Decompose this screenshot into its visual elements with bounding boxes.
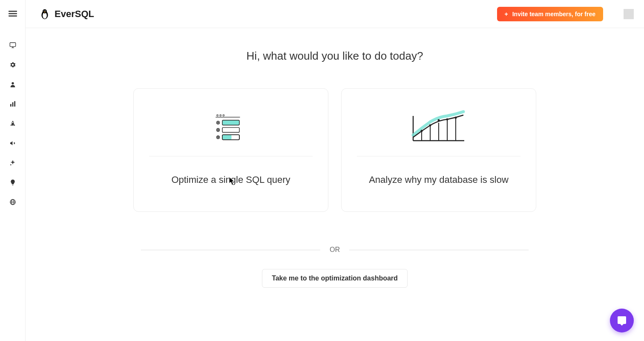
- svg-point-16: [44, 10, 45, 11]
- penguin-icon: [39, 9, 50, 20]
- header: EverSQL + Invite team members, for free: [26, 0, 644, 28]
- divider-label: OR: [330, 246, 340, 254]
- svg-rect-1: [9, 13, 17, 14]
- menu-toggle-icon[interactable]: [9, 9, 17, 20]
- svg-rect-25: [222, 120, 239, 125]
- gear-icon[interactable]: [9, 61, 17, 69]
- svg-point-47: [455, 117, 457, 119]
- svg-point-46: [446, 118, 448, 121]
- line-chart-icon: [409, 107, 469, 146]
- svg-rect-9: [14, 101, 15, 107]
- svg-point-19: [220, 115, 221, 116]
- svg-point-43: [421, 130, 423, 132]
- logo-text: EverSQL: [55, 9, 94, 20]
- svg-rect-7: [10, 104, 12, 107]
- card-title: Analyze why my database is slow: [369, 174, 509, 185]
- chart-icon[interactable]: [9, 100, 17, 108]
- svg-rect-8: [12, 102, 13, 107]
- invite-button[interactable]: + Invite team members, for free: [497, 7, 603, 21]
- lightbulb-icon[interactable]: [9, 179, 17, 186]
- globe-icon[interactable]: [9, 198, 17, 206]
- user-icon[interactable]: [9, 81, 17, 88]
- sparkle-icon[interactable]: [9, 159, 17, 167]
- svg-point-15: [43, 9, 47, 13]
- chat-icon: [617, 315, 627, 326]
- card-optimize-query[interactable]: Optimize a single SQL query: [133, 88, 328, 212]
- rocket-icon[interactable]: [9, 120, 17, 127]
- content: Hi, what would you like to do today?: [26, 28, 644, 341]
- query-list-icon: [201, 107, 261, 146]
- cards-container: Optimize a single SQL query: [133, 88, 536, 212]
- greeting: Hi, what would you like to do today?: [247, 49, 423, 63]
- svg-rect-0: [9, 11, 17, 12]
- svg-point-45: [438, 119, 440, 121]
- megaphone-icon[interactable]: [9, 139, 17, 147]
- plus-icon: +: [505, 11, 508, 17]
- svg-rect-3: [10, 43, 15, 46]
- invite-label: Invite team members, for free: [512, 11, 595, 17]
- avatar[interactable]: [624, 9, 634, 19]
- dashboard-button[interactable]: Take me to the optimization dashboard: [262, 269, 408, 288]
- chat-widget-button[interactable]: [610, 309, 634, 332]
- svg-rect-34: [222, 135, 231, 139]
- svg-point-18: [217, 115, 218, 116]
- card-analyze-database[interactable]: Analyze why my database is slow: [341, 88, 536, 212]
- logo[interactable]: EverSQL: [39, 9, 94, 20]
- svg-rect-29: [222, 127, 239, 132]
- svg-rect-2: [9, 15, 17, 16]
- svg-point-44: [429, 124, 431, 127]
- or-divider: OR: [141, 246, 529, 254]
- svg-point-6: [12, 82, 14, 84]
- card-title: Optimize a single SQL query: [171, 174, 290, 185]
- monitor-icon[interactable]: [9, 41, 17, 49]
- sidebar: [0, 0, 26, 341]
- svg-point-20: [223, 115, 224, 116]
- svg-point-17: [45, 10, 46, 11]
